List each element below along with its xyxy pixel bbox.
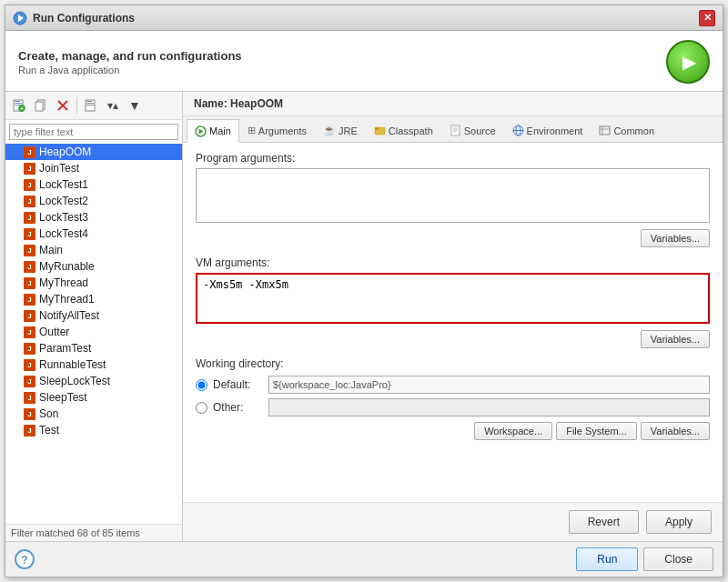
svg-rect-13 — [86, 101, 92, 102]
source-tab-icon — [450, 125, 461, 136]
dialog-bottom: ? Run Close — [5, 541, 723, 577]
svg-rect-4 — [15, 103, 22, 104]
environment-tab-icon — [512, 125, 524, 136]
java-icon: J — [24, 146, 35, 158]
bottom-buttons: Revert Apply — [183, 502, 723, 541]
java-icon: J — [24, 163, 35, 175]
list-item[interactable]: J Outter — [5, 324, 182, 340]
list-item[interactable]: J NotifyAllTest — [5, 307, 182, 324]
list-item[interactable]: J LockTest2 — [5, 193, 182, 209]
tab-main[interactable]: Main — [187, 119, 239, 143]
delete-config-button[interactable] — [53, 95, 73, 115]
run-configurations-dialog: Run Configurations ✕ Create, manage, and… — [5, 5, 723, 577]
other-radio[interactable] — [196, 402, 207, 414]
java-icon: J — [24, 245, 35, 256]
list-item[interactable]: J LockTest4 — [5, 226, 182, 242]
wdir-variables-button[interactable]: Variables... — [641, 422, 710, 440]
tree-item-label: LockTest4 — [39, 227, 88, 240]
tab-main-label: Main — [209, 125, 231, 136]
vm-args-variables-button[interactable]: Variables... — [641, 330, 710, 348]
header-subtitle: Run a Java application — [18, 65, 242, 75]
list-item[interactable]: J Main — [5, 242, 182, 258]
run-button-bottom[interactable]: Run — [576, 547, 638, 571]
program-args-label: Program arguments: — [196, 152, 710, 165]
tab-environment[interactable]: Environment — [504, 119, 592, 142]
tab-arguments-label: Arguments — [258, 125, 307, 136]
header-text: Create, manage, and run configurations R… — [18, 49, 242, 75]
name-label: Name: — [194, 97, 228, 110]
vm-args-btn-row: Variables... — [196, 330, 710, 348]
filter-button[interactable] — [81, 95, 101, 115]
common-tab-icon — [599, 125, 611, 136]
list-item[interactable]: J RunnableTest — [5, 356, 182, 373]
java-icon: J — [24, 376, 35, 387]
list-item[interactable]: J MyThread1 — [5, 291, 182, 307]
list-item[interactable]: J SleepLockTest — [5, 373, 182, 389]
tree-item-label: Test — [39, 424, 59, 436]
java-icon: J — [24, 294, 35, 306]
tree-item-label: RunnableTest — [39, 358, 106, 371]
list-item[interactable]: J MyRunable — [5, 258, 182, 275]
default-radio-label[interactable]: Default: — [213, 378, 263, 391]
list-item[interactable]: J Son — [5, 406, 182, 422]
left-panel: + — [5, 92, 183, 541]
tree-item-label: LockTest3 — [39, 211, 88, 224]
list-item[interactable]: J SleepTest — [5, 389, 182, 406]
java-icon: J — [24, 179, 35, 191]
list-item[interactable]: J LockTest3 — [5, 209, 182, 226]
apply-button[interactable]: Apply — [646, 510, 712, 534]
close-button[interactable]: Close — [643, 547, 713, 571]
list-item[interactable]: J HeapOOM — [5, 144, 182, 160]
tab-common[interactable]: Common — [591, 119, 662, 142]
new-config-button[interactable]: + — [9, 95, 29, 115]
tabs-bar: Main ⊞ Arguments ☕ JRE Classpath — [183, 116, 723, 143]
tab-common-label: Common — [613, 125, 654, 136]
tree-item-label: JoinTest — [39, 162, 79, 175]
config-name: HeapOOM — [230, 97, 283, 110]
run-button[interactable] — [666, 40, 710, 84]
help-button[interactable]: ? — [15, 549, 35, 569]
list-item[interactable]: J LockTest1 — [5, 176, 182, 193]
svg-rect-20 — [451, 125, 460, 135]
tree-item-label: SleepLockTest — [39, 375, 110, 387]
list-item[interactable]: J JoinTest — [5, 160, 182, 176]
close-icon[interactable]: ✕ — [699, 10, 715, 26]
tree-item-label: LockTest2 — [39, 195, 88, 207]
workspace-button[interactable]: Workspace... — [474, 422, 552, 440]
status-bar: Filter matched 68 of 85 items — [5, 524, 182, 541]
default-radio[interactable] — [196, 379, 207, 391]
dropdown-button[interactable]: ▼ — [125, 95, 145, 115]
java-icon: J — [24, 326, 35, 338]
tab-jre[interactable]: ☕ JRE — [315, 119, 366, 142]
right-panel: Name: HeapOOM Main ⊞ Arguments ☕ — [183, 92, 723, 541]
svg-marker-17 — [199, 128, 204, 134]
list-item[interactable]: J ParamTest — [5, 340, 182, 356]
tree-item-label: Main — [39, 244, 63, 256]
delete-icon — [56, 99, 69, 112]
filter-input[interactable] — [9, 124, 178, 140]
other-radio-row: Other: — [196, 398, 710, 416]
duplicate-config-button[interactable] — [31, 95, 51, 115]
vm-args-section: VM arguments: -Xms5m -Xmx5m Variables... — [196, 256, 710, 348]
other-radio-label[interactable]: Other: — [213, 401, 263, 414]
tab-source[interactable]: Source — [441, 119, 504, 142]
java-icon: J — [24, 359, 35, 371]
program-args-variables-button[interactable]: Variables... — [641, 229, 710, 247]
vm-args-label: VM arguments: — [196, 256, 710, 269]
other-path-input[interactable] — [268, 398, 710, 416]
tab-arguments[interactable]: ⊞ Arguments — [239, 119, 315, 142]
revert-button[interactable]: Revert — [569, 510, 639, 534]
java-icon: J — [24, 425, 35, 436]
dialog-icon — [13, 11, 27, 25]
filesystem-button[interactable]: File System... — [556, 422, 637, 440]
tab-classpath[interactable]: Classpath — [366, 119, 441, 142]
default-path-input[interactable] — [268, 376, 710, 394]
config-tree: J HeapOOM J JoinTest J LockTest1 J LockT… — [5, 144, 182, 524]
vm-args-input[interactable]: -Xms5m -Xmx5m — [196, 273, 710, 324]
java-icon: J — [24, 310, 35, 322]
collapse-button[interactable]: ▾▴ — [103, 95, 123, 115]
program-args-input[interactable] — [196, 168, 710, 223]
svg-rect-14 — [86, 103, 94, 104]
list-item[interactable]: J MyThread — [5, 275, 182, 291]
list-item[interactable]: J Test — [5, 422, 182, 438]
